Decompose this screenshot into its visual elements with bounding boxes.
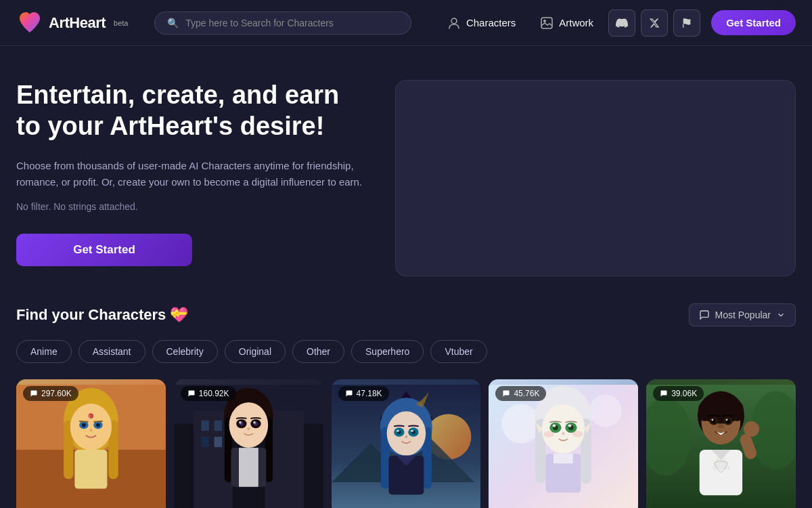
discord-icon — [616, 17, 628, 29]
svg-rect-24 — [201, 421, 209, 431]
character-card-1[interactable]: | 297.60K — [16, 379, 166, 508]
filter-other[interactable]: Other — [292, 340, 344, 363]
hero-tagline: No filter. No strings attached. — [16, 201, 368, 212]
svg-point-58 — [405, 436, 407, 438]
artheart-logo-icon — [16, 9, 43, 37]
svg-text:|: | — [89, 415, 91, 419]
svg-rect-17 — [74, 450, 107, 489]
header: ArtHeart beta 🔍 Characters Artwork — [0, 0, 812, 46]
card-3-badge: 47.18K — [338, 386, 389, 401]
svg-rect-77 — [554, 454, 573, 463]
cards-grid: | 297.60K — [16, 379, 796, 508]
logo-text: ArtHeart — [49, 14, 106, 32]
svg-point-61 — [502, 404, 541, 444]
svg-point-0 — [451, 18, 457, 24]
svg-point-57 — [411, 430, 413, 432]
svg-point-94 — [726, 419, 728, 421]
card-3-count: 47.18K — [357, 389, 382, 398]
chevron-down-icon — [776, 310, 786, 320]
card-4-count: 45.76K — [514, 389, 539, 398]
svg-point-51 — [386, 411, 426, 455]
hero-visual — [395, 80, 796, 276]
card-5-count: 39.06K — [671, 389, 697, 398]
svg-point-73 — [553, 425, 556, 427]
svg-point-75 — [562, 432, 565, 435]
svg-point-56 — [397, 430, 399, 432]
svg-point-95 — [718, 425, 725, 429]
card-1-count: 297.60K — [41, 389, 72, 398]
svg-point-68 — [542, 404, 585, 454]
characters-section: Find your Characters 💝 Most Popular Anim… — [0, 303, 812, 508]
svg-point-78 — [544, 431, 554, 438]
filter-celebrity[interactable]: Celebrity — [152, 340, 218, 363]
svg-rect-27 — [214, 437, 222, 447]
filter-superhero[interactable]: Superhero — [351, 340, 424, 363]
svg-rect-1 — [541, 18, 552, 28]
card-1-badge: 297.60K — [23, 386, 78, 401]
sort-dropdown[interactable]: Most Popular — [689, 303, 796, 326]
svg-point-31 — [229, 402, 268, 448]
hero-section: Entertain, create, and earn to your ArtH… — [0, 46, 812, 303]
card-5-badge: 39.06K — [653, 386, 704, 401]
hero-title: Entertain, create, and earn to your ArtH… — [16, 80, 368, 142]
svg-point-37 — [253, 421, 256, 424]
filter-chips: Anime Assistant Celebrity Original Other… — [16, 340, 796, 363]
svg-point-2 — [543, 20, 546, 22]
hero-get-started-button[interactable]: Get Started — [16, 234, 192, 266]
chat-icon — [187, 389, 196, 398]
chat-icon — [660, 389, 668, 398]
filter-anime[interactable]: Anime — [16, 340, 72, 363]
svg-rect-26 — [201, 437, 209, 447]
svg-point-93 — [712, 419, 714, 421]
section-header: Find your Characters 💝 Most Popular — [16, 303, 796, 326]
chat-icon — [502, 389, 510, 398]
card-2-count: 160.92K — [199, 389, 229, 398]
svg-point-16 — [89, 429, 92, 431]
section-title: Find your Characters 💝 — [16, 306, 188, 324]
logo[interactable]: ArtHeart beta — [16, 9, 128, 37]
search-input[interactable] — [185, 18, 399, 28]
twitter-x-button[interactable] — [641, 9, 668, 37]
artwork-icon — [540, 16, 554, 30]
flag-icon — [681, 18, 692, 28]
card-2-badge: 160.92K — [181, 386, 236, 401]
svg-line-15 — [93, 421, 102, 422]
hero-subtitle: Choose from thousands of user-made AI Ch… — [16, 158, 368, 190]
svg-point-97 — [744, 421, 759, 437]
svg-point-74 — [568, 425, 572, 427]
logo-beta: beta — [114, 19, 128, 27]
svg-rect-25 — [214, 421, 222, 431]
character-card-3[interactable]: 47.18K — [332, 379, 481, 508]
discord-button[interactable] — [608, 9, 635, 37]
svg-point-13 — [96, 423, 100, 427]
search-icon: 🔍 — [167, 18, 179, 28]
character-card-5[interactable]: 39.06K — [646, 379, 796, 508]
twitter-x-icon — [649, 18, 660, 28]
svg-point-36 — [239, 421, 242, 424]
nav-area: Characters Artwork Get — [438, 9, 796, 37]
card-4-badge: 45.76K — [495, 386, 546, 401]
filter-assistant[interactable]: Assistant — [78, 340, 145, 363]
chat-icon — [345, 389, 353, 398]
svg-line-14 — [79, 421, 88, 422]
chat-icon — [30, 389, 38, 398]
character-card-4[interactable]: 45.76K — [489, 379, 638, 508]
search-bar[interactable]: 🔍 — [154, 12, 411, 35]
flag-button[interactable] — [673, 9, 700, 37]
hero-text-area: Entertain, create, and earn to your ArtH… — [16, 80, 368, 266]
svg-rect-40 — [239, 448, 258, 487]
sort-icon — [699, 310, 710, 320]
nav-artwork[interactable]: Artwork — [531, 11, 603, 35]
svg-point-9 — [70, 404, 112, 450]
sort-label: Most Popular — [715, 310, 771, 320]
character-card-2[interactable]: 160.92K — [174, 379, 323, 508]
svg-point-62 — [589, 394, 622, 427]
svg-point-12 — [82, 423, 86, 427]
nav-characters[interactable]: Characters — [438, 11, 525, 35]
svg-point-38 — [247, 427, 250, 430]
header-get-started-button[interactable]: Get Started — [711, 10, 796, 35]
characters-icon — [447, 16, 461, 30]
svg-point-79 — [572, 431, 583, 438]
filter-original[interactable]: Original — [225, 340, 286, 363]
filter-vtuber[interactable]: Vtuber — [430, 340, 487, 363]
